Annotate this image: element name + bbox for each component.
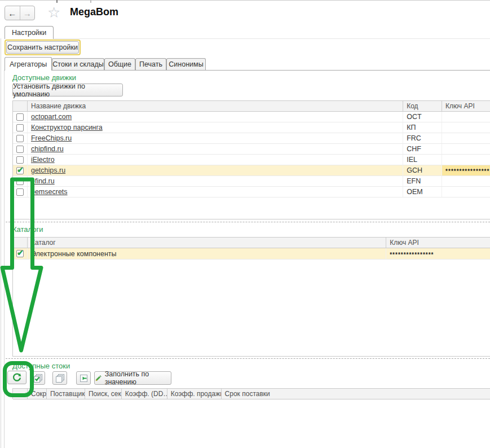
engine-apikey[interactable] <box>442 144 490 154</box>
stocks-section-title: Доступные стоки <box>12 362 70 370</box>
refresh-button[interactable] <box>7 371 27 384</box>
top-divider-tick <box>90 0 91 3</box>
engines-table: Название движка Код Ключ API ✔ octopart.… <box>12 100 490 219</box>
engine-checkbox[interactable]: ✔ <box>16 156 24 164</box>
engine-apikey[interactable] <box>442 112 490 122</box>
checkbox-column-header <box>13 238 28 248</box>
tab-pechat[interactable]: Печать <box>135 58 166 70</box>
table-row[interactable]: ✔ FreeChips.ru FRC <box>13 133 490 144</box>
engine-apikey-column-header[interactable]: Ключ API <box>442 101 490 111</box>
engine-link[interactable]: Конструктор парсинга <box>31 124 103 131</box>
coeff-sales-column-header[interactable]: Коэфф. продажи <box>167 389 222 399</box>
table-row[interactable]: ✔ iElectro IEL <box>13 155 490 165</box>
history-nav-group: ← → <box>5 6 35 20</box>
engine-apikey[interactable] <box>442 122 490 133</box>
section-splitter[interactable] <box>6 222 490 222</box>
tabstrip-divider <box>4 70 490 71</box>
coeff-dd-column-header[interactable]: Коэфф. (DD… <box>122 389 167 399</box>
engines-table-header: Название движка Код Ключ API <box>13 101 490 112</box>
engines-section-title: Доступные движки <box>12 73 76 82</box>
copy-pages-icon <box>55 374 65 383</box>
engine-checkbox[interactable]: ✔ <box>16 124 24 131</box>
refresh-icon <box>12 372 22 383</box>
favorite-star-icon[interactable]: ☆ <box>47 4 60 21</box>
fill-by-value-label: Заполнить по значению <box>105 370 171 386</box>
catalog-apikey-column-header[interactable]: Ключ API <box>386 238 490 248</box>
table-row[interactable]: ✔ oemsecrets OEM <box>13 187 490 197</box>
check-pages-icon <box>33 374 43 383</box>
engine-apikey[interactable]: **************** <box>442 165 490 175</box>
tab-stoki-i-sklady[interactable]: Стоки и склады <box>52 58 104 70</box>
back-button[interactable]: ← <box>5 6 20 20</box>
abbr-column-header[interactable]: Сокр. <box>28 389 47 399</box>
table-row[interactable]: ✔ chipfind.ru CHF <box>13 144 490 155</box>
engine-link[interactable]: getchips.ru <box>31 166 65 174</box>
divider <box>1 38 1 448</box>
delivery-time-column-header[interactable]: Срок поставки <box>222 389 490 399</box>
engine-code: EFN <box>403 176 442 186</box>
import-button[interactable] <box>76 371 91 385</box>
catalogs-table-header: Каталог Ключ API <box>13 238 490 248</box>
engine-code-column-header[interactable]: Код <box>403 101 442 111</box>
engine-link[interactable]: octopart.com <box>31 113 72 121</box>
divider <box>42 38 490 39</box>
tab-sinonimy[interactable]: Синонимы <box>166 58 206 70</box>
engine-code: OEM <box>403 187 442 197</box>
forward-button[interactable]: → <box>20 6 35 20</box>
back-arrow-icon: ← <box>8 8 16 18</box>
engine-name-column-header[interactable]: Название движка <box>28 101 403 111</box>
table-row[interactable]: ✔ Конструктор парсинга КП <box>13 122 490 133</box>
engine-checkbox[interactable]: ✔ <box>16 135 24 142</box>
engine-code: КП <box>403 122 442 133</box>
checkbox-column-header <box>13 101 28 111</box>
check-icon: ✔ <box>17 165 24 174</box>
engine-code: IEL <box>403 155 442 165</box>
check-icon: ✔ <box>17 248 24 257</box>
catalog-checkbox[interactable]: ✔ <box>16 250 24 257</box>
engine-apikey[interactable] <box>442 133 490 143</box>
catalog-name-column-header[interactable]: Каталог <box>28 238 386 248</box>
engine-code: GCH <box>403 165 442 175</box>
engine-apikey[interactable] <box>442 155 490 165</box>
copy-button[interactable] <box>52 371 67 385</box>
pencil-icon <box>95 374 102 383</box>
engine-link[interactable]: efind.ru <box>31 177 55 185</box>
engine-link[interactable]: oemsecrets <box>31 188 68 196</box>
top-divider <box>0 0 490 1</box>
catalogs-table: Каталог Ключ API ✔ Электронные компонент… <box>12 237 490 357</box>
engine-checkbox[interactable]: ✔ <box>16 178 24 185</box>
catalogs-section-title: Каталоги <box>12 225 43 234</box>
table-row-selected[interactable]: ✔ getchips.ru GCH **************** <box>13 165 490 176</box>
engine-checkbox[interactable]: ✔ <box>16 146 24 153</box>
checkbox-column-header <box>13 389 28 399</box>
settings-window: ← → ☆ MegaBom Настройки Сохранить настро… <box>0 0 490 448</box>
save-settings-button[interactable]: Сохранить настройки <box>6 41 79 54</box>
engine-checkbox[interactable]: ✔ <box>16 167 24 174</box>
engine-link[interactable]: FreeChips.ru <box>31 134 72 142</box>
top-divider-tick <box>56 0 58 3</box>
tab-agregatory[interactable]: Агрегаторы <box>5 57 52 71</box>
check-all-button[interactable] <box>30 371 45 385</box>
tab-nastroyki[interactable]: Настройки <box>5 26 54 39</box>
table-row-selected[interactable]: ✔ Электронные компоненты ***************… <box>13 248 490 260</box>
supplier-column-header[interactable]: Поставщик <box>47 389 85 399</box>
set-default-engines-button[interactable]: Установить движки по умолчнаию <box>12 84 123 96</box>
engine-apikey[interactable] <box>442 176 490 186</box>
search-sec-column-header[interactable]: Поиск, сек <box>85 389 122 399</box>
stocks-table-header: Сокр. Поставщик Поиск, сек Коэфф. (DD… К… <box>13 389 490 399</box>
engine-checkbox[interactable]: ✔ <box>16 113 24 121</box>
engine-apikey[interactable] <box>442 187 490 197</box>
engine-link[interactable]: chipfind.ru <box>31 145 64 153</box>
engine-checkbox[interactable]: ✔ <box>16 188 24 196</box>
stocks-table: Сокр. Поставщик Поиск, сек Коэфф. (DD… К… <box>12 388 490 399</box>
catalog-apikey[interactable]: **************** <box>386 248 490 259</box>
section-splitter[interactable] <box>6 358 490 359</box>
fill-by-value-button[interactable]: Заполнить по значению <box>94 371 171 385</box>
divider <box>4 70 5 448</box>
tab-obshchie[interactable]: Общие <box>104 58 135 70</box>
engine-link[interactable]: iElectro <box>31 156 55 164</box>
engine-code: CHF <box>403 144 442 154</box>
catalog-name[interactable]: Электронные компоненты <box>28 248 386 259</box>
table-row[interactable]: ✔ octopart.com OCT <box>13 112 490 122</box>
table-row[interactable]: ✔ efind.ru EFN <box>13 176 490 187</box>
